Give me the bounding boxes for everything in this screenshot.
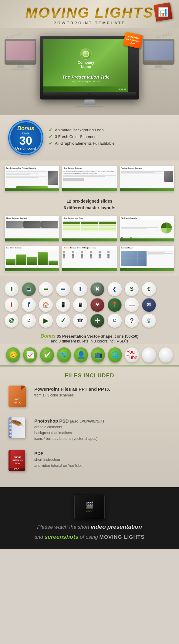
bullet-person-green: 👤 xyxy=(74,347,88,362)
slide-footer-6 xyxy=(120,238,174,241)
feature-text-1: Animated Background Loop xyxy=(55,128,103,132)
icon-rss: 📡 xyxy=(142,314,156,328)
bottom-line2b: of using xyxy=(80,534,99,540)
slide-footer-7 xyxy=(5,268,59,271)
slide-body-6 xyxy=(120,220,174,238)
slide-footer-5 xyxy=(62,238,117,241)
slide-thumb-8[interactable]: Bonus: Bonus: Over 30 Project Icons xyxy=(62,246,117,271)
icon-question: ? xyxy=(125,314,139,328)
screen-company: CompanyName xyxy=(78,60,94,69)
files-section: FILES INCLUDED PPTPPTX PowerPoint Files … xyxy=(0,366,179,487)
icon-forward: ➡ xyxy=(56,282,70,296)
bonus-badge: Bonus Over 30 Useful Icons! xyxy=(9,121,42,154)
monitor-section: envato envato envato envato ANIMATED BAC… xyxy=(0,28,179,115)
icons-row-3: @ 🖥 ▶ ✓ ☎ ✚ 🖥 ? 📡 xyxy=(5,314,174,328)
icon-screen: 🖥 xyxy=(22,314,36,328)
main-monitor: ANIMATED BACKGROUND LOOP CompanyName The… xyxy=(0,36,179,107)
pdf-file-icon: SHORTINSTRUC-TION PDF xyxy=(8,450,28,473)
bonus-label: Bonus xyxy=(17,125,34,132)
icon-heart: ♥ xyxy=(90,298,104,312)
icon-minus: — xyxy=(125,298,139,312)
icon-plus: ✚ xyxy=(90,314,104,328)
bottom-text: Please watch the short video presentatio… xyxy=(34,522,144,542)
description: 12 pre-designed slides 6 different maste… xyxy=(0,193,179,214)
bottom-line2: and xyxy=(34,534,44,540)
feature-text-2: 3 Fresh Color Schemes xyxy=(55,134,96,139)
psd-icon-wrapper: 🪶 xyxy=(8,417,29,441)
icon-close: ✖ xyxy=(90,282,104,296)
slide-footer-9 xyxy=(120,268,174,271)
slide-title-4: Three Columns Example xyxy=(5,216,59,220)
slide-title-8: Bonus: Bonus: Over 30 Project Icons xyxy=(62,246,117,250)
icon-check: ✓ xyxy=(56,314,70,328)
icon-download: ⬇ xyxy=(5,282,19,296)
slides-grid-3: Bar Chart Example Bonus: Bonus: Over 30 … xyxy=(5,246,174,271)
pie-chart xyxy=(160,221,173,235)
icon-at: @ xyxy=(5,314,19,328)
slide-title-5: One Column and Table xyxy=(62,216,117,220)
pdf-file-type: PDF xyxy=(34,451,171,456)
icon-up: ⬆ xyxy=(73,282,87,296)
icon-email: ✉ xyxy=(142,298,156,312)
slide-body-9 xyxy=(120,250,174,268)
bullet-twitter-green: 🐦 xyxy=(57,347,71,362)
bonus-features: ✓ Animated Background Loop ✓ 3 Fresh Col… xyxy=(49,128,170,148)
bullet-youtube-white: YouTube xyxy=(125,347,139,362)
check-icon-1: ✓ xyxy=(49,128,52,133)
bonus-number: 30 xyxy=(19,135,32,147)
slides-grid-1: Two Columns Big Picture Example xyxy=(5,166,174,192)
slide-title-2: One Column Example xyxy=(62,166,117,170)
check-icon-3: ✓ xyxy=(49,141,52,146)
bullet-chart-green: 📈 xyxy=(23,347,37,362)
ppt-icon-wrapper: PPTPPTX xyxy=(8,385,29,409)
icon-mobile: 📱 xyxy=(73,298,87,312)
slide-thumb-7[interactable]: Bar Chart Example xyxy=(5,246,59,271)
monitor-screen: CompanyName The Presentation Title John … xyxy=(43,39,128,92)
file-item-psd: 🪶 Photoshop PSD (also JPG/PNG/GIF) graph… xyxy=(8,417,171,442)
slides-grid-2: Three Columns Example xyxy=(5,216,174,242)
file-info-psd: Photoshop PSD (also JPG/PNG/GIF) graphic… xyxy=(34,417,171,442)
desc-line2: 6 different master layouts xyxy=(6,204,173,211)
slide-title-3: Fading Content Example xyxy=(120,166,174,170)
slides-row-3: Bar Chart Example Bonus: Bonus: Over 30 … xyxy=(0,243,179,276)
slide-thumb-3[interactable]: Fading Content Example xyxy=(120,166,174,192)
icons-section: ⬇ 💻 ⬅ ➡ ⬆ ✖ ❮ $ € ! f 🏠 📱 📱 ♥ 📍 — ✉ @ 🖥 … xyxy=(0,276,179,331)
ppt-file-desc: from all 3 color schemes xyxy=(34,393,171,398)
slide-thumb-2[interactable]: One Column Example "ET VERO EOS ET ACCUS… xyxy=(62,166,117,192)
bottom-highlight2: screenshots xyxy=(45,534,79,540)
presentation-title: The Presentation Title xyxy=(62,74,110,79)
psd-file-desc: graphic elements background animations i… xyxy=(34,424,171,442)
bullet-empty-white1 xyxy=(142,347,156,362)
slide-thumb-6[interactable]: Pie Chart Example xyxy=(120,216,174,242)
header-subtitle: POWERPOINT TEMPLATE xyxy=(3,21,176,25)
bonus-word: Bonus xyxy=(41,333,56,339)
monitor-chin xyxy=(43,92,136,96)
slide-body-8 xyxy=(62,250,117,268)
icon-exclaim: ! xyxy=(5,298,19,312)
slide-title-7: Bar Chart Example xyxy=(5,246,59,250)
file-item-ppt: PPTPPTX PowerPoint Files as PPT and PPTX… xyxy=(8,385,171,409)
bottom-book-icon: 🎬 VIDEO xyxy=(74,495,105,519)
slide-thumb-1[interactable]: Two Columns Big Picture Example xyxy=(5,166,59,192)
feature-3: ✓ All Graphic Elements Full Editable xyxy=(49,141,170,146)
bullet-icons-row: 😊 📈 ✅ 🐦 👤 📺 🌐 YouTube xyxy=(0,344,179,366)
icon-back: ⬅ xyxy=(39,282,53,296)
slide-thumb-5[interactable]: One Column and Table xyxy=(62,216,117,242)
icon-monitor: 💻 xyxy=(22,282,36,296)
monitor-neck xyxy=(83,99,96,105)
slide-body-1 xyxy=(5,170,59,188)
slide-thumb-9[interactable]: Contact Page xyxy=(120,246,174,271)
bottom-brand: MOVING LIGHTS xyxy=(100,534,145,540)
slides-row-1: Two Columns Big Picture Example xyxy=(0,160,179,193)
check-icon-2: ✓ xyxy=(49,134,52,139)
icon-play: ▶ xyxy=(39,314,53,328)
slide-footer-4 xyxy=(5,238,59,241)
slide-thumb-4[interactable]: Three Columns Example xyxy=(5,216,59,242)
psd-file-icon: 🪶 xyxy=(8,417,28,440)
slide-title-6: Pie Chart Example xyxy=(120,216,174,220)
icon-monitor2: 🖥 xyxy=(108,314,122,328)
ppt-file-type: PowerPoint Files as PPT and PPTX xyxy=(34,386,171,392)
icon-phone: 📱 xyxy=(56,298,70,312)
bullet-tv-green: 📺 xyxy=(91,347,105,362)
icons-row-1: ⬇ 💻 ⬅ ➡ ⬆ ✖ ❮ $ € xyxy=(5,282,174,296)
